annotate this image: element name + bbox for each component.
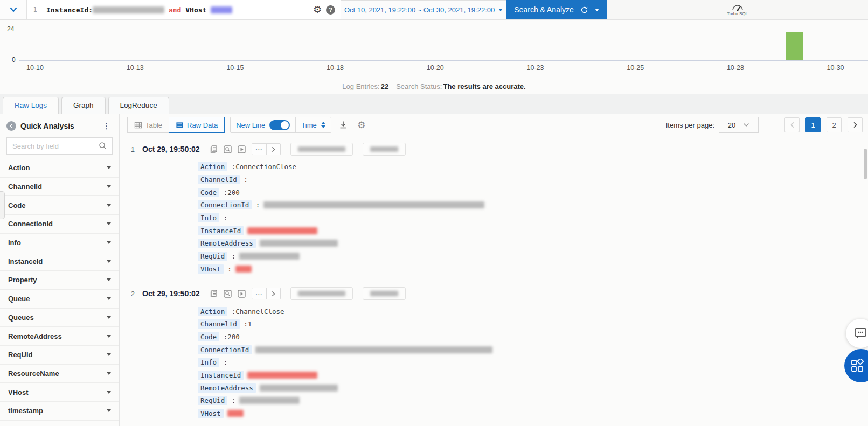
copy-log-button[interactable] bbox=[209, 288, 219, 299]
sidebar-field-instanceid[interactable]: InstanceId bbox=[0, 252, 119, 271]
sidebar-field-resourcename[interactable]: ResourceName bbox=[0, 365, 119, 383]
sidebar-field-connectionid[interactable]: ConnectionId bbox=[0, 215, 119, 234]
field-key[interactable]: RemoteAddress bbox=[198, 383, 256, 393]
search-analyze-button[interactable]: Search & Analyze bbox=[506, 0, 607, 19]
dropdown-triangle-icon bbox=[107, 185, 111, 188]
page-2-button[interactable]: 2 bbox=[827, 117, 842, 132]
sidebar-field-code[interactable]: Code bbox=[0, 196, 119, 215]
field-key[interactable]: VHost bbox=[198, 409, 224, 418]
table-view-button[interactable]: Table bbox=[127, 117, 169, 133]
x-axis-tick: 10-13 bbox=[127, 64, 144, 72]
field-separator: : bbox=[219, 188, 227, 197]
log-field-row: ConnectionId : bbox=[198, 199, 868, 212]
next-page-button[interactable] bbox=[848, 117, 863, 132]
field-key[interactable]: ConnectionId bbox=[198, 345, 252, 354]
field-key[interactable]: InstanceId bbox=[198, 226, 244, 235]
sidebar-field-timestamp[interactable]: timestamp bbox=[0, 402, 119, 421]
log-field-row: InstanceId bbox=[198, 224, 868, 237]
gridline bbox=[19, 30, 868, 30]
search-status-bar: Log Entries:22 Search Status:The results… bbox=[0, 78, 868, 94]
field-separator: : bbox=[219, 214, 227, 222]
field-search-button[interactable] bbox=[93, 138, 112, 154]
field-key[interactable]: InstanceId bbox=[198, 371, 244, 380]
context-view-button[interactable] bbox=[223, 144, 233, 155]
expand-entry-button[interactable] bbox=[267, 144, 280, 155]
field-key[interactable]: ReqUid bbox=[198, 252, 227, 261]
sidebar-field-vhost[interactable]: VHost bbox=[0, 383, 119, 402]
field-key[interactable]: ReqUid bbox=[198, 396, 227, 405]
sidebar-field-remoteaddress[interactable]: RemoteAddress bbox=[0, 327, 119, 346]
entry-tag-chip[interactable] bbox=[290, 287, 353, 300]
vertical-scrollbar[interactable] bbox=[864, 149, 867, 179]
kebab-menu-icon[interactable]: ⋮ bbox=[100, 121, 113, 131]
redacted-value bbox=[370, 291, 398, 296]
new-line-toggle[interactable] bbox=[269, 120, 290, 130]
log-histogram[interactable]: 24 0 10-1010-1310-1510-1810-2010-2310-25… bbox=[0, 20, 868, 78]
entry-tag-chip[interactable] bbox=[363, 287, 406, 300]
log-settings-button[interactable]: ⚙ bbox=[355, 118, 368, 131]
sort-arrows-icon bbox=[321, 122, 325, 128]
field-key[interactable]: Code bbox=[198, 188, 219, 197]
livetail-button[interactable] bbox=[237, 288, 247, 299]
redacted-value bbox=[370, 146, 398, 152]
log-field-row: ConnectionId bbox=[198, 343, 868, 356]
caret-down-icon bbox=[498, 9, 503, 11]
query-input[interactable]: InstanceId: and VHost bbox=[43, 0, 308, 19]
chevron-down-icon bbox=[9, 5, 18, 15]
field-search-input[interactable] bbox=[7, 138, 93, 154]
view-tabs: Raw Logs Graph LogReduce bbox=[0, 94, 868, 114]
more-actions-button[interactable]: ⋯ bbox=[252, 288, 267, 299]
copy-log-button[interactable] bbox=[209, 144, 219, 155]
query-settings-gear-icon[interactable]: ⚙ bbox=[313, 5, 322, 15]
collapse-panel-button[interactable] bbox=[6, 121, 16, 131]
page-1-button[interactable]: 1 bbox=[805, 117, 821, 132]
dropdown-triangle-icon bbox=[107, 372, 111, 375]
search-icon bbox=[99, 142, 107, 150]
context-view-button[interactable] bbox=[223, 288, 233, 299]
entry-tag-chip[interactable] bbox=[290, 143, 353, 156]
time-sort-button[interactable]: Time bbox=[296, 117, 330, 132]
field-key[interactable]: Info bbox=[198, 358, 219, 367]
raw-data-view-button[interactable]: Raw Data bbox=[169, 117, 225, 133]
items-per-page-select[interactable]: 20 bbox=[719, 117, 759, 133]
top-query-bar: 1 InstanceId: and VHost ⚙ ? Oct 10, 2021… bbox=[0, 0, 868, 20]
sidebar-field-info[interactable]: Info bbox=[0, 234, 119, 253]
field-value: ChannelClose bbox=[235, 308, 284, 316]
turbo-sql-badge[interactable]: Turbo SQL bbox=[607, 0, 868, 19]
prev-page-button[interactable] bbox=[784, 117, 800, 132]
field-separator: : bbox=[227, 308, 235, 316]
expand-entry-button[interactable] bbox=[267, 288, 280, 299]
sidebar-field-queue[interactable]: Queue bbox=[0, 290, 119, 309]
histogram-bar[interactable] bbox=[786, 32, 803, 60]
field-key[interactable]: ChannelId bbox=[198, 175, 240, 184]
more-actions-button[interactable]: ⋯ bbox=[252, 144, 267, 155]
field-key[interactable]: ConnectionId bbox=[198, 200, 252, 209]
sidebar-field-property[interactable]: Property bbox=[0, 271, 119, 290]
field-key[interactable]: RemoteAddress bbox=[198, 239, 256, 248]
x-axis-tick: 10-20 bbox=[427, 64, 444, 72]
sidebar-field-queues[interactable]: Queues bbox=[0, 309, 119, 327]
sidebar-field-requid[interactable]: ReqUid bbox=[0, 346, 119, 365]
field-key[interactable]: Code bbox=[198, 332, 219, 341]
field-label: Queues bbox=[8, 313, 34, 322]
tab-logreduce[interactable]: LogReduce bbox=[108, 97, 169, 114]
field-key[interactable]: ChannelId bbox=[198, 319, 240, 329]
side-drawer-handle[interactable] bbox=[0, 191, 5, 219]
time-range-picker[interactable]: Oct 10, 2021, 19:22:00 ~ Oct 30, 2021, 1… bbox=[341, 0, 506, 19]
field-label: timestamp bbox=[8, 407, 43, 415]
field-label: Property bbox=[8, 276, 37, 284]
field-key[interactable]: Info bbox=[198, 213, 219, 222]
field-key[interactable]: Action bbox=[198, 307, 227, 316]
sidebar-field-channelid[interactable]: ChannelId bbox=[0, 178, 119, 197]
field-key[interactable]: Action bbox=[198, 162, 227, 171]
sidebar-field-action[interactable]: Action bbox=[0, 159, 119, 178]
livetail-button[interactable] bbox=[237, 144, 247, 155]
download-button[interactable] bbox=[337, 118, 350, 131]
entry-tag-chip[interactable] bbox=[363, 143, 406, 156]
field-key[interactable]: VHost bbox=[198, 264, 224, 274]
query-collapse-button[interactable] bbox=[0, 0, 27, 19]
help-icon[interactable]: ? bbox=[326, 5, 335, 15]
dropdown-triangle-icon bbox=[107, 353, 111, 356]
tab-graph[interactable]: Graph bbox=[61, 97, 106, 114]
tab-raw-logs[interactable]: Raw Logs bbox=[3, 97, 59, 114]
